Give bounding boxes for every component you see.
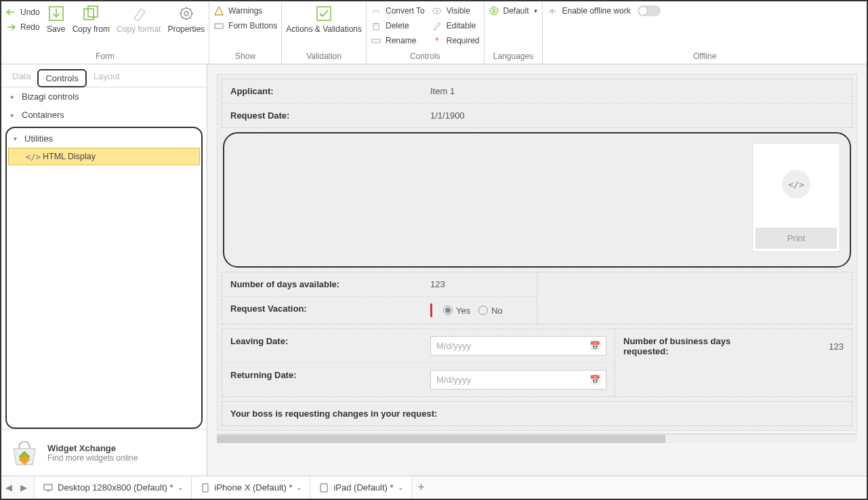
required-button[interactable]: *Required (432, 34, 480, 47)
device-tab-desktop[interactable]: Desktop 1280x800 (Default) *⌄ (34, 476, 192, 499)
convert-icon (371, 5, 381, 16)
redo-icon (5, 22, 16, 33)
rename-label: Rename (386, 36, 416, 45)
visible-button[interactable]: Visible (432, 4, 480, 18)
main-area: Data Controls Layout ▸Bizagi controls ▸C… (1, 64, 867, 476)
widget-xchange[interactable]: Widget Xchange Find more widgets online (1, 429, 207, 476)
returning-date-label: Returning Date: (222, 363, 422, 396)
editable-label: Editable (447, 21, 476, 30)
tree-html-display[interactable]: </>HTML Display (8, 148, 200, 165)
svg-rect-2 (88, 6, 98, 17)
tree-html-display-label: HTML Display (43, 152, 96, 161)
rename-button[interactable]: Rename (371, 34, 425, 47)
section-dates: Leaving Date:M/d/yyyy📅 Returning Date:M/… (222, 329, 852, 397)
biz-days-value: 123 (785, 329, 852, 363)
device-tab-iphone[interactable]: iPhone X (Default) *⌄ (192, 476, 311, 499)
ribbon-group-validation: Actions & Validations Validation (282, 1, 367, 64)
save-label: Save (47, 24, 65, 34)
nav-prev-button[interactable]: ◀ (1, 482, 16, 493)
offline-icon (547, 5, 558, 16)
svg-rect-17 (321, 484, 327, 492)
editable-button[interactable]: Editable (432, 19, 480, 33)
phone-icon (200, 482, 211, 493)
ribbon-group-controls: Convert To Delete Rename Visible Editabl… (367, 1, 484, 64)
radio-dot-icon (443, 306, 453, 315)
tree-containers[interactable]: ▸Containers (4, 106, 204, 124)
copy-from-button[interactable]: Copy from (73, 4, 110, 34)
redo-button[interactable]: Redo (5, 20, 40, 34)
redo-label: Redo (20, 22, 40, 32)
trash-icon (371, 20, 381, 31)
leaving-date-input[interactable]: M/d/yyyy📅 (430, 336, 606, 356)
chevron-down-icon[interactable]: ⌄ (296, 484, 302, 491)
print-button[interactable]: Print (756, 228, 837, 249)
form-canvas[interactable]: Applicant:Item 1 Request Date:1/1/1900 <… (207, 64, 867, 476)
device-tab-ipad[interactable]: iPad (Default) *⌄ (310, 476, 411, 499)
add-device-tab-button[interactable]: + (412, 480, 431, 495)
globe-icon (489, 5, 499, 16)
svg-rect-15 (44, 484, 52, 490)
leaving-date-placeholder: M/d/yyyy (436, 341, 471, 351)
ribbon-group-languages: Default▼ Languages (484, 1, 543, 64)
tab-data[interactable]: Data (5, 68, 37, 87)
boss-changes-label: Your boss is requesting changes in your … (222, 402, 445, 425)
returning-date-input[interactable]: M/d/yyyy📅 (430, 370, 606, 390)
chevron-down-icon[interactable]: ⌄ (178, 484, 183, 491)
required-indicator (430, 304, 432, 317)
radio-yes[interactable]: Yes (443, 306, 470, 316)
properties-button[interactable]: Properties (167, 4, 205, 34)
warnings-button[interactable]: Warnings (213, 4, 277, 18)
form-buttons-icon (213, 20, 224, 31)
enable-offline-label: Enable offline work (562, 6, 630, 16)
actions-validations-button[interactable]: Actions & Validations (286, 4, 362, 34)
html-display-dropzone[interactable]: </> Print (223, 132, 851, 268)
biz-days-label: Number of business days requested: (615, 329, 785, 363)
copy-format-label: Copy format (117, 24, 161, 34)
scrollbar-thumb[interactable] (217, 435, 665, 443)
widget-xchange-sub: Find more widgets online (47, 453, 138, 463)
tab-controls[interactable]: Controls (37, 69, 86, 87)
copy-format-button[interactable]: Copy format (117, 4, 161, 34)
svg-point-4 (184, 12, 188, 16)
applicant-label: Applicant: (222, 79, 422, 103)
svg-rect-7 (373, 24, 379, 30)
request-date-label: Request Date: (222, 104, 422, 127)
ribbon: Undo Redo Save Copy from Copy format Pro… (1, 1, 867, 64)
chevron-right-icon: ▸ (11, 93, 18, 100)
ribbon-group-form: Undo Redo Save Copy from Copy format Pro… (1, 1, 209, 64)
warnings-label: Warnings (228, 6, 262, 16)
visible-label: Visible (447, 6, 470, 16)
form-buttons-button[interactable]: Form Buttons (213, 19, 277, 33)
offline-toggle[interactable] (638, 5, 661, 16)
horizontal-scrollbar[interactable] (217, 434, 857, 443)
delete-button[interactable]: Delete (371, 19, 425, 33)
save-button[interactable]: Save (47, 4, 66, 34)
device-tabs: ◀ ▶ Desktop 1280x800 (Default) *⌄ iPhone… (1, 476, 867, 499)
svg-point-10 (436, 10, 438, 12)
convert-to-button[interactable]: Convert To (371, 4, 425, 18)
language-default-button[interactable]: Default▼ (489, 4, 539, 18)
tab-layout[interactable]: Layout (87, 68, 127, 87)
radio-no[interactable]: No (478, 306, 503, 316)
desktop-icon (43, 482, 54, 493)
group-offline-label: Offline (547, 51, 863, 62)
warning-icon (213, 5, 224, 16)
returning-date-placeholder: M/d/yyyy (436, 375, 471, 385)
tree-utilities[interactable]: ▾Utilities (7, 132, 201, 148)
properties-label: Properties (167, 24, 205, 34)
undo-button[interactable]: Undo (5, 5, 40, 19)
enable-offline-button[interactable]: Enable offline work (547, 4, 660, 18)
chevron-right-icon: ▸ (11, 111, 18, 119)
leaving-date-label: Leaving Date: (222, 329, 422, 362)
svg-rect-6 (317, 7, 331, 20)
chevron-down-icon[interactable]: ⌄ (398, 484, 403, 491)
days-available-value: 123 (422, 272, 537, 296)
tree-utilities-box: ▾Utilities </>HTML Display (5, 127, 203, 429)
copy-format-icon (129, 4, 148, 23)
nav-next-button[interactable]: ▶ (16, 482, 31, 493)
html-control-preview: </> Print (752, 143, 840, 252)
tree-bizagi-controls[interactable]: ▸Bizagi controls (4, 87, 204, 106)
group-languages-label: Languages (489, 51, 539, 62)
request-vacation-value: Yes No (422, 297, 537, 324)
radio-yes-label: Yes (456, 306, 470, 316)
